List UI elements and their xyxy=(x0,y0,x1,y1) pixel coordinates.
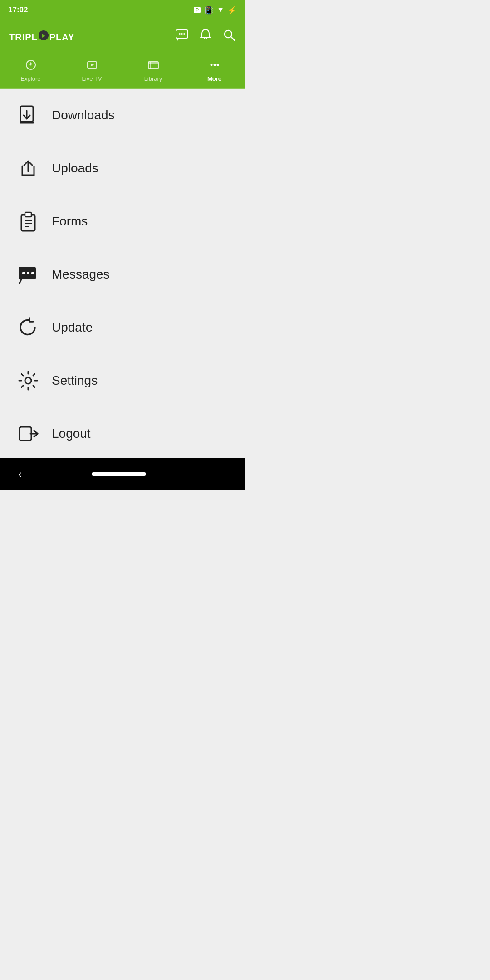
update-label: Update xyxy=(52,320,93,335)
status-bar: 17:02 P 📳 ▼ ⚡ xyxy=(0,0,245,18)
settings-label: Settings xyxy=(52,373,98,388)
messages-header-icon[interactable] xyxy=(175,28,189,45)
svg-rect-12 xyxy=(148,62,158,64)
tab-explore[interactable]: Explore xyxy=(8,57,54,84)
bottom-nav-bar: ‹ xyxy=(0,458,245,490)
svg-point-15 xyxy=(213,64,216,66)
messages-icon xyxy=(14,260,43,289)
back-button[interactable]: ‹ xyxy=(18,468,22,480)
svg-point-16 xyxy=(216,64,219,66)
header-actions xyxy=(175,28,236,45)
svg-point-29 xyxy=(31,272,34,274)
logo-text: TRIPLPLAY xyxy=(9,30,74,43)
messages-menu-item[interactable]: Messages xyxy=(0,248,245,301)
svg-point-28 xyxy=(27,272,29,274)
downloads-label: Downloads xyxy=(52,108,115,122)
logout-icon xyxy=(14,419,43,448)
home-indicator[interactable] xyxy=(92,472,146,476)
tab-livetv[interactable]: Live TV xyxy=(69,57,115,84)
clipboard-icon xyxy=(14,207,43,236)
svg-point-27 xyxy=(22,272,25,274)
svg-point-3 xyxy=(183,33,185,35)
explore-icon xyxy=(25,59,37,74)
download-icon xyxy=(14,101,43,130)
upload-icon xyxy=(14,154,43,183)
svg-point-1 xyxy=(179,33,181,35)
downloads-menu-item[interactable]: Downloads xyxy=(0,89,245,142)
logout-label: Logout xyxy=(52,426,91,441)
svg-point-2 xyxy=(181,33,183,35)
library-label: Library xyxy=(144,75,162,82)
tab-more[interactable]: More xyxy=(192,57,237,84)
messages-label: Messages xyxy=(52,267,110,282)
forms-label: Forms xyxy=(52,214,88,229)
wifi-icon: ▼ xyxy=(217,6,224,14)
svg-rect-31 xyxy=(20,427,31,441)
livetv-icon xyxy=(86,59,98,74)
svg-point-14 xyxy=(210,64,212,66)
search-header-icon[interactable] xyxy=(222,28,236,45)
logout-menu-item[interactable]: Logout xyxy=(0,407,245,461)
svg-point-30 xyxy=(25,377,31,384)
library-icon xyxy=(147,59,159,74)
app-logo: TRIPLPLAY xyxy=(9,30,74,43)
vibrate-icon: 📳 xyxy=(204,6,213,15)
explore-label: Explore xyxy=(20,75,40,82)
more-icon xyxy=(209,59,220,74)
forms-menu-item[interactable]: Forms xyxy=(0,195,245,248)
update-menu-item[interactable]: Update xyxy=(0,301,245,354)
uploads-label: Uploads xyxy=(52,161,98,176)
app-header: TRIPLPLAY xyxy=(0,18,245,54)
status-icons: P 📳 ▼ ⚡ xyxy=(194,6,237,15)
settings-icon xyxy=(14,366,43,395)
tab-library[interactable]: Library xyxy=(131,57,176,84)
update-icon xyxy=(14,313,43,342)
svg-rect-22 xyxy=(25,212,31,217)
battery-icon: ⚡ xyxy=(228,6,237,15)
uploads-menu-item[interactable]: Uploads xyxy=(0,142,245,195)
more-label: More xyxy=(207,75,221,82)
svg-marker-10 xyxy=(91,64,94,66)
nav-tabs: Explore Live TV Library xyxy=(0,54,245,89)
logo-arrow-icon xyxy=(39,30,49,40)
svg-line-5 xyxy=(231,37,235,40)
notification-header-icon[interactable] xyxy=(199,28,212,45)
content-area: Downloads Uploads Forms xyxy=(0,89,245,461)
parking-icon: P xyxy=(194,7,201,13)
status-time: 17:02 xyxy=(8,5,28,15)
settings-menu-item[interactable]: Settings xyxy=(0,354,245,407)
livetv-label: Live TV xyxy=(82,75,102,82)
svg-point-8 xyxy=(30,64,31,66)
